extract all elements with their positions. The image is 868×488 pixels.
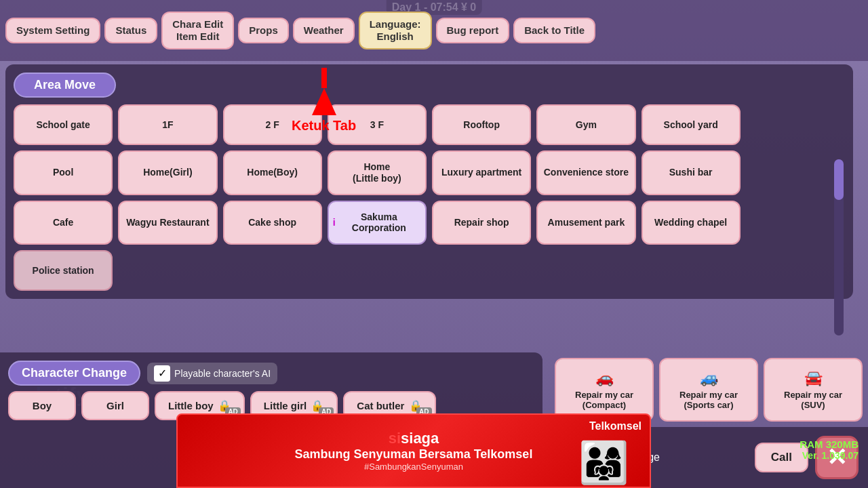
- loc-sakuma-corp[interactable]: i Sakuma Corporation: [328, 201, 427, 245]
- arrow-annotation: Ketuk Tab: [292, 68, 356, 134]
- char-little-girl-label: Little girl: [264, 400, 307, 411]
- loc-home-girl[interactable]: Home(Girl): [118, 150, 217, 195]
- chara-edit-button[interactable]: Chara Edit Item Edit: [161, 12, 234, 49]
- arrow-up: [312, 88, 336, 115]
- repair-sports-button[interactable]: 🚙 Repair my car(Sports car): [659, 358, 758, 422]
- char-girl-button[interactable]: Girl: [81, 391, 149, 420]
- char-boy-label: Boy: [33, 400, 52, 411]
- loc-home-boy[interactable]: Home(Boy): [223, 150, 322, 195]
- spacer-3: [746, 201, 845, 245]
- spacer-9: [642, 250, 741, 291]
- top-bar: System Setting Status Chara Edit Item Ed…: [0, 0, 868, 61]
- loc-luxury-apartment[interactable]: Luxury apartment: [432, 150, 531, 195]
- repair-compact-button[interactable]: 🚗 Repair my car(Compact): [555, 358, 654, 422]
- loc-rooftop[interactable]: Rooftop: [432, 104, 531, 145]
- ad-content: sisiaga Sambung Senyuman Bersama Telkoms…: [295, 430, 533, 472]
- suv-car-icon: 🚘: [804, 369, 823, 387]
- loc-repair-shop[interactable]: Repair shop: [432, 201, 531, 245]
- loc-wedding-chapel[interactable]: Wedding chapel: [642, 201, 741, 245]
- spacer-10: [746, 250, 845, 291]
- arrow-stem: [321, 68, 327, 88]
- loc-wagyu[interactable]: Wagyu Restaurant: [118, 201, 217, 245]
- sys-info: RAM 320MB Ver. 1.039.07: [800, 439, 859, 461]
- ketuk-label: Ketuk Tab: [292, 118, 356, 134]
- system-setting-button[interactable]: System Setting: [5, 18, 100, 43]
- ad-people-icon: 👨‍👩‍👧: [578, 439, 629, 487]
- ad-logo: sisiaga: [295, 430, 533, 447]
- ad-brand: Telkomsel: [589, 420, 642, 432]
- ai-checkbox[interactable]: ✓: [154, 365, 170, 382]
- sports-label: Repair my car(Sports car): [679, 390, 738, 410]
- scroll-thumb[interactable]: [834, 159, 844, 200]
- loc-sushi-bar[interactable]: Sushi bar: [642, 150, 741, 195]
- spacer-4: [118, 250, 217, 291]
- loc-police-station[interactable]: Police station: [14, 250, 113, 291]
- char-change-row: Character Change ✓ Playable character's …: [8, 361, 534, 386]
- location-grid: School gate 1F 2 F 3 F Rooftop Gym Schoo…: [14, 104, 845, 291]
- ad-sub: #SambungkanSenyuman: [295, 462, 533, 472]
- language-button[interactable]: Language: English: [359, 12, 432, 49]
- sports-car-icon: 🚙: [700, 369, 718, 387]
- suv-label: Repair my car(SUV): [784, 390, 842, 410]
- version-label: Ver. 1.039.07: [800, 450, 859, 461]
- loc-home-little-boy[interactable]: Home(Little boy): [328, 150, 427, 195]
- spacer-6: [328, 250, 427, 291]
- loc-pool[interactable]: Pool: [14, 150, 113, 195]
- loc-1f[interactable]: 1F: [118, 104, 217, 145]
- ad-tagline: Sambung Senyuman Bersama Telkomsel: [295, 447, 533, 462]
- compact-car-icon: 🚗: [595, 369, 614, 387]
- ai-label: Playable character's AI: [174, 368, 271, 379]
- loc-amusement-park[interactable]: Amusement park: [536, 201, 635, 245]
- area-panel: Area Move School gate 1F 2 F 3 F Rooftop…: [5, 64, 853, 299]
- loc-school-yard[interactable]: School yard: [642, 104, 741, 145]
- spacer-1: [746, 104, 845, 145]
- spacer-7: [432, 250, 531, 291]
- spacer-5: [223, 250, 322, 291]
- loc-school-gate[interactable]: School gate: [14, 104, 113, 145]
- spacer-2: [746, 150, 845, 195]
- spacer-8: [536, 250, 635, 291]
- status-button[interactable]: Status: [104, 18, 157, 43]
- back-to-title-button[interactable]: Back to Title: [513, 18, 595, 43]
- char-change-label: Character Change: [8, 361, 140, 386]
- loc-cake-shop[interactable]: Cake shop: [223, 201, 322, 245]
- ad-logo-highlight: si: [389, 430, 401, 447]
- ram-label: RAM 320MB: [800, 439, 859, 450]
- loc-convenience-store[interactable]: Convenience store: [536, 150, 635, 195]
- repair-suv-button[interactable]: 🚘 Repair my car(SUV): [764, 358, 863, 422]
- ai-checkbox-area[interactable]: ✓ Playable character's AI: [147, 363, 277, 384]
- bug-report-button[interactable]: Bug report: [436, 18, 510, 43]
- char-little-boy-label: Little boy: [168, 400, 214, 411]
- compact-label: Repair my car(Compact): [575, 390, 633, 410]
- weather-button[interactable]: Weather: [293, 18, 355, 43]
- ad-banner: sisiaga Sambung Senyuman Bersama Telkoms…: [176, 413, 651, 488]
- loc-cafe[interactable]: Cafe: [14, 201, 113, 245]
- char-boy-button[interactable]: Boy: [8, 391, 76, 420]
- props-button[interactable]: Props: [238, 18, 289, 43]
- scroll-track[interactable]: [834, 159, 844, 336]
- char-cat-butler-label: Cat butler: [357, 400, 404, 411]
- area-move-label: Area Move: [14, 73, 116, 98]
- loc-gym[interactable]: Gym: [536, 104, 635, 145]
- char-girl-label: Girl: [106, 400, 124, 411]
